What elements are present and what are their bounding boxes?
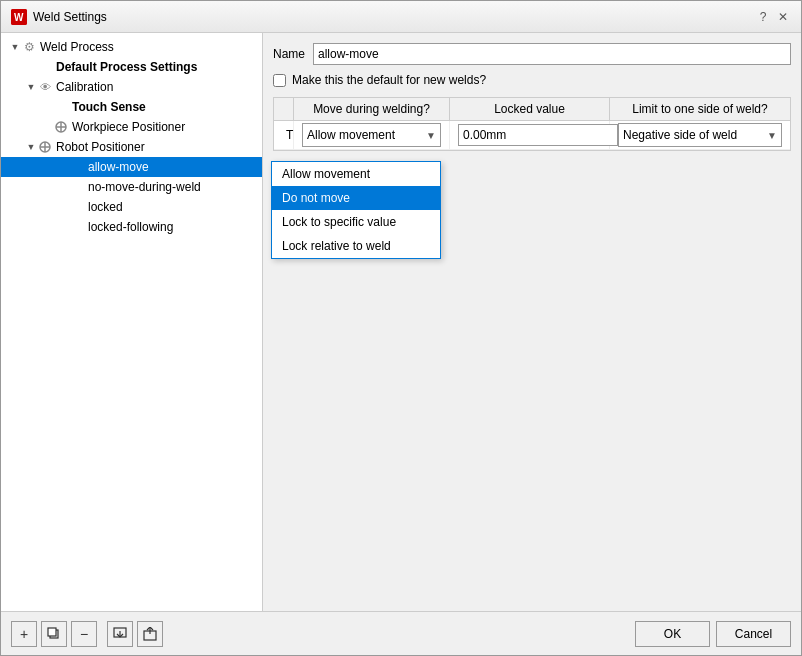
table-header: Move during welding? Locked value Limit … [274,98,790,121]
table-row: T Allow movement ▼ ▲ ▼ [274,121,790,150]
expand-icon-touch [41,101,53,113]
sidebar-label-workpiece: Workpiece Positioner [72,120,185,134]
sidebar-item-workpiece[interactable]: Workpiece Positioner [1,117,262,137]
import-button[interactable] [107,621,133,647]
header-move: Move during welding? [294,98,450,120]
sidebar-item-weld-process[interactable]: ▼ ⚙ Weld Process [1,37,262,57]
sidebar-item-locked[interactable]: locked [1,197,262,217]
footer-left-buttons: + − [11,621,163,647]
sidebar-label-locked: locked [88,200,123,214]
title-bar: W Weld Settings ? ✕ [1,1,801,33]
no-move-icon [69,179,85,195]
name-label: Name [273,47,305,61]
sidebar-item-calibration[interactable]: ▼ 👁 Calibration [1,77,262,97]
move-dropdown-popup: Allow movement Do not move Lock to speci… [271,161,441,259]
svg-text:W: W [14,12,24,23]
locked-following-icon [69,219,85,235]
option-do-not-move[interactable]: Do not move [272,186,440,210]
sidebar-label-locked-following: locked-following [88,220,173,234]
dialog-footer: + − [1,611,801,655]
name-input[interactable] [313,43,791,65]
sidebar-label-weld-process: Weld Process [40,40,114,54]
spinner-container: ▲ ▼ [458,124,601,146]
expand-icon-locked-following [57,221,69,233]
option-lock-specific[interactable]: Lock to specific value [272,210,440,234]
sidebar-item-robot-positioner[interactable]: ▼ Robot Positioner [1,137,262,157]
move-cell: Allow movement ▼ [294,121,450,149]
header-locked: Locked value [450,98,610,120]
locked-value-input[interactable] [458,124,618,146]
sidebar-item-allow-move[interactable]: allow-move [1,157,262,177]
checkbox-row: Make this the default for new welds? [273,73,791,87]
sidebar-item-locked-following[interactable]: locked-following [1,217,262,237]
sidebar-label-default-process: Default Process Settings [56,60,197,74]
sidebar-label-no-move: no-move-during-weld [88,180,201,194]
allow-move-icon [69,159,85,175]
sidebar-item-no-move[interactable]: no-move-during-weld [1,177,262,197]
header-side: Limit to one side of weld? [610,98,790,120]
add-button[interactable]: + [11,621,37,647]
sidebar-label-robot-positioner: Robot Positioner [56,140,145,154]
weld-settings-dialog: W Weld Settings ? ✕ ▼ ⚙ Weld Process [0,0,802,656]
move-dropdown-arrow: ▼ [426,130,436,141]
expand-icon-locked [57,201,69,213]
remove-button[interactable]: − [71,621,97,647]
option-lock-relative[interactable]: Lock relative to weld [272,234,440,258]
title-buttons: ? ✕ [755,9,791,25]
dialog-icon: W [11,9,27,25]
touch-icon [53,99,69,115]
eye-icon: 👁 [37,79,53,95]
cancel-button[interactable]: Cancel [716,621,791,647]
side-dropdown-value: Negative side of weld [623,128,737,142]
move-dropdown[interactable]: Allow movement ▼ [302,123,441,147]
side-dropdown-arrow: ▼ [767,130,777,141]
expand-icon-no-move [57,181,69,193]
locked-icon [69,199,85,215]
sidebar: ▼ ⚙ Weld Process Default Process Setting… [1,33,263,611]
header-empty [274,98,294,120]
expand-icon-allow-move [57,161,69,173]
sidebar-item-touch-sense[interactable]: Touch Sense [1,97,262,117]
copy-button[interactable] [41,621,67,647]
row-t-label: T [282,128,293,142]
expand-icon-workpiece [41,121,53,133]
main-content: Name Make this the default for new welds… [263,33,801,611]
positioner-icon [53,119,69,135]
expand-icon-robot: ▼ [25,141,37,153]
dialog-title: Weld Settings [33,10,107,24]
default-checkbox[interactable] [273,74,286,87]
sidebar-label-touch-sense: Touch Sense [72,100,146,114]
name-row: Name [273,43,791,65]
side-cell: Negative side of weld ▼ [610,121,790,149]
expand-icon-weld-process: ▼ [9,41,21,53]
expand-icon-default [25,61,37,73]
footer-right-buttons: OK Cancel [635,621,791,647]
ok-button[interactable]: OK [635,621,710,647]
help-button[interactable]: ? [755,9,771,25]
sidebar-item-default-process[interactable]: Default Process Settings [1,57,262,77]
row-label-cell: T [274,121,294,149]
table-container: Move during welding? Locked value Limit … [273,97,791,151]
dialog-body: ▼ ⚙ Weld Process Default Process Setting… [1,33,801,611]
locked-cell: ▲ ▼ [450,121,610,149]
default-icon [37,59,53,75]
export-button[interactable] [137,621,163,647]
move-dropdown-value: Allow movement [307,128,395,142]
sidebar-label-allow-move: allow-move [88,160,149,174]
option-allow-movement[interactable]: Allow movement [272,162,440,186]
checkbox-label: Make this the default for new welds? [292,73,486,87]
robot-icon [37,139,53,155]
svg-rect-9 [48,628,56,636]
sidebar-label-calibration: Calibration [56,80,113,94]
gear-icon: ⚙ [21,39,37,55]
title-bar-left: W Weld Settings [11,9,107,25]
expand-icon-calibration: ▼ [25,81,37,93]
side-dropdown[interactable]: Negative side of weld ▼ [618,123,782,147]
close-button[interactable]: ✕ [775,9,791,25]
